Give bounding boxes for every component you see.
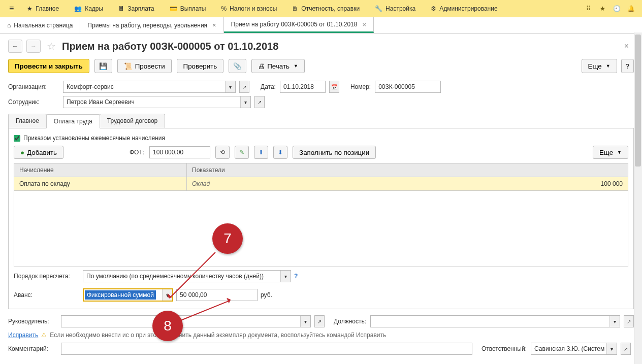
- employee-value: Петров Иван Сергеевич: [67, 98, 240, 106]
- correction-hint-text: Если необходимо внести ис о при этом сох…: [50, 332, 386, 339]
- post-and-close-button[interactable]: Провести и закрыть: [8, 59, 89, 73]
- hamburger-icon[interactable]: ≡: [4, 4, 19, 13]
- monthly-accruals-label: Приказом установлены ежемесячные начисле…: [23, 135, 165, 142]
- number-label: Номер:: [350, 83, 371, 90]
- top-menu-right: ⠿ ★ 🕘 🔔: [583, 4, 638, 14]
- more-button[interactable]: Еще▼: [582, 59, 617, 73]
- scrollbar-thumb[interactable]: [635, 35, 641, 167]
- scroll-icon: 📜: [124, 62, 133, 70]
- menu-kadry[interactable]: 👥Кадры: [67, 2, 110, 15]
- menu-nalogi[interactable]: %Налоги и взносы: [214, 2, 284, 15]
- close-icon[interactable]: ×: [362, 21, 366, 28]
- nav-back-button[interactable]: ←: [8, 40, 22, 53]
- bottom-section: Руководитель: ▾ ↗ Должность: ▾ ↗ Исправи…: [0, 309, 642, 357]
- help-icon[interactable]: ?: [294, 273, 298, 280]
- dropdown-icon[interactable]: ▾: [609, 316, 620, 327]
- attach-button[interactable]: 📎: [229, 59, 246, 73]
- menu-nastroika[interactable]: 🔧Настройка: [368, 2, 423, 15]
- dropdown-icon[interactable]: ▾: [240, 96, 250, 108]
- diskette-icon: 💾: [99, 62, 108, 70]
- correct-link[interactable]: Исправить: [8, 332, 38, 339]
- dropdown-icon[interactable]: ▾: [225, 81, 235, 92]
- open-ref-button[interactable]: ↗: [314, 315, 325, 327]
- fot-field[interactable]: 100 000,00: [149, 146, 210, 158]
- doc-tab-main[interactable]: Главное: [8, 114, 47, 128]
- monthly-accruals-checkbox[interactable]: [14, 135, 20, 142]
- monthly-accruals-checkbox-row: Приказом установлены ежемесячные начисле…: [14, 133, 628, 146]
- dropdown-icon[interactable]: ▾: [606, 343, 617, 354]
- vertical-scrollbar[interactable]: [634, 32, 642, 364]
- print-button[interactable]: 🖨Печать▼: [251, 59, 305, 73]
- nav-forward-button[interactable]: →: [26, 40, 41, 53]
- menu-zarplata[interactable]: 🖩Зарплата: [111, 2, 162, 15]
- save-button[interactable]: 💾: [94, 59, 112, 73]
- menu-admin[interactable]: ⚙Администрирование: [424, 2, 504, 15]
- manager-label: Руководитель:: [8, 318, 57, 325]
- more-accruals-button[interactable]: Еще▼: [593, 146, 628, 159]
- open-ref-button[interactable]: ↗: [239, 81, 249, 93]
- open-ref-button[interactable]: ↗: [254, 96, 265, 108]
- open-ref-button[interactable]: ↗: [621, 343, 631, 355]
- org-field[interactable]: Комфорт-сервис ▾: [63, 81, 236, 93]
- move-up-button[interactable]: ⬆: [254, 146, 268, 159]
- annotation-8: 8: [152, 311, 183, 341]
- position-field[interactable]: ▾: [370, 315, 620, 327]
- document-toolbar: Провести и закрыть 💾 📜Провести Проверить…: [0, 57, 642, 79]
- wallet-icon: 💳: [170, 5, 177, 12]
- calendar-button[interactable]: 📅: [329, 81, 339, 93]
- responsible-label: Ответственный:: [482, 345, 527, 352]
- date-field[interactable]: 01.10.2018: [280, 81, 326, 93]
- th-accrual: Начисление: [14, 163, 187, 177]
- tab-home-label: Начальная страница: [14, 22, 73, 29]
- warning-icon: ⚠: [41, 332, 47, 339]
- number-field[interactable]: 00ЗК-000005: [375, 81, 441, 93]
- dropdown-icon[interactable]: ▾: [280, 271, 291, 282]
- help-button[interactable]: ?: [621, 59, 634, 73]
- apps-icon[interactable]: ⠿: [583, 4, 593, 14]
- percent-icon: %: [221, 5, 227, 12]
- responsible-field[interactable]: Савинская З.Ю. (Систем ▾: [531, 343, 617, 355]
- doc-tab-payment[interactable]: Оплата труда: [46, 114, 100, 128]
- star-icon: ★: [27, 5, 33, 12]
- menu-otchet[interactable]: 🗎Отчетность, справки: [285, 2, 367, 15]
- add-button[interactable]: ●Добавить: [14, 146, 63, 159]
- history-icon[interactable]: 🕘: [612, 4, 622, 14]
- refresh-button[interactable]: ⟲: [215, 146, 230, 159]
- avans-mode-field[interactable]: Фиксированной суммой ▾: [83, 288, 173, 302]
- fill-by-position-button[interactable]: Заполнить по позиции: [293, 146, 376, 159]
- bell-icon[interactable]: 🔔: [626, 4, 636, 14]
- dropdown-icon[interactable]: ▾: [300, 316, 310, 327]
- move-down-button[interactable]: ⬇: [273, 146, 287, 159]
- doc-tab-contract[interactable]: Трудовой договор: [100, 114, 165, 128]
- tab-list[interactable]: Приемы на работу, переводы, увольнения ×: [80, 17, 223, 33]
- menu-main[interactable]: ★Главное: [20, 2, 66, 15]
- table-row[interactable]: Оплата по окладу Оклад 100 000: [14, 177, 628, 191]
- tab-home[interactable]: ⌂ Начальная страница: [0, 17, 80, 33]
- pencil-icon: ✎: [239, 149, 244, 156]
- org-value: Комфорт-сервис: [67, 83, 225, 90]
- comment-field[interactable]: [61, 343, 472, 355]
- th-indicators: Показатели: [187, 163, 628, 177]
- close-page-button[interactable]: ×: [619, 40, 634, 53]
- arrow-up-icon: ⬆: [259, 149, 264, 156]
- paperclip-icon: 📎: [233, 62, 242, 70]
- post-button[interactable]: 📜Провести: [117, 59, 172, 73]
- avans-label: Аванс:: [14, 291, 80, 299]
- edit-button[interactable]: ✎: [235, 146, 249, 159]
- org-row: Организация: Комфорт-сервис ▾ ↗ Дата: 01…: [0, 79, 642, 94]
- favorite-outline-icon[interactable]: ☆: [47, 40, 56, 52]
- accruals-toolbar: ●Добавить ФОТ: 100 000,00 ⟲ ✎ ⬆ ⬇ Заполн…: [14, 146, 628, 159]
- printer-icon: 🖨: [258, 62, 265, 70]
- calculator-icon: 🖩: [118, 5, 124, 12]
- top-menu-bar: ≡ ★Главное 👥Кадры 🖩Зарплата 💳Выплаты %На…: [0, 0, 642, 17]
- close-icon[interactable]: ×: [212, 21, 216, 29]
- tab-document[interactable]: Прием на работу 00ЗК-000005 от 01.10.201…: [224, 17, 374, 33]
- employee-field[interactable]: Петров Иван Сергеевич ▾: [63, 96, 251, 108]
- table-empty-space: [14, 191, 628, 267]
- check-button[interactable]: Проверить: [177, 59, 224, 73]
- avans-amount-field[interactable]: 50 000,00: [176, 289, 258, 301]
- menu-vyplaty[interactable]: 💳Выплаты: [163, 2, 213, 15]
- open-ref-button[interactable]: ↗: [624, 315, 634, 327]
- favorite-icon[interactable]: ★: [597, 4, 607, 14]
- avans-mode-value: Фиксированной суммой: [85, 290, 156, 300]
